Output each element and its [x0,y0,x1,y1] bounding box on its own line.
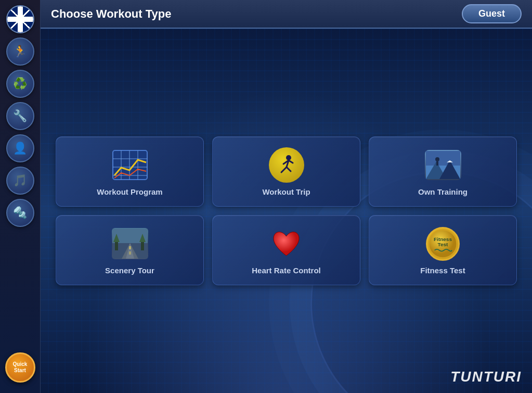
workout-program-label: Workout Program [97,187,162,196]
svg-point-18 [435,157,439,161]
user-icon: 👤 [13,142,27,155]
tools-button[interactable]: 🔧 [6,102,34,130]
recycle-button[interactable]: ♻️ [6,70,34,98]
settings-cycle-icon: ♻️ [13,77,27,91]
workout-program-card[interactable]: Workout Program [56,136,204,207]
own-training-label: Own Training [418,187,468,196]
music-icon: 🎵 [13,174,27,187]
svg-rect-14 [426,151,460,166]
maintenance-button[interactable]: 🔩 [6,199,34,227]
header: Choose Workout Type Guest [41,0,532,29]
brand-logo: TUNTURI [450,369,522,385]
scenery-tour-label: Scenery Tour [105,266,154,275]
heart-rate-card[interactable]: Heart Rate Control [212,215,360,285]
spanner-icon: 🔩 [13,206,27,220]
svg-line-10 [287,167,291,171]
fitness-test-icon: Fitness Test [425,225,461,262]
fitness-test-label: Fitness Test [420,266,465,275]
svg-line-12 [289,160,293,163]
uk-flag-icon [7,6,33,32]
own-training-icon [425,147,461,183]
svg-rect-28 [129,246,131,249]
page-title: Choose Workout Type [51,7,171,21]
svg-line-9 [281,167,287,172]
treadmill-button[interactable]: 🏃 [6,37,34,66]
language-flag-button[interactable] [6,5,34,33]
workout-trip-card[interactable]: Workout Trip [212,136,360,207]
user-display: Guest [462,4,522,23]
sidebar: 🏃 ♻️ 🔧 👤 🎵 🔩 Quick Start [0,0,41,393]
svg-point-7 [286,155,291,160]
svg-rect-29 [129,251,131,255]
heart-rate-label: Heart Rate Control [252,266,321,275]
own-training-card[interactable]: Own Training [369,136,517,207]
svg-text:Test: Test [438,242,448,247]
treadmill-icon: 🏃 [13,45,27,58]
main-area: Choose Workout Type Guest [41,0,532,393]
scenery-tour-card[interactable]: Scenery Tour [56,215,204,285]
svg-text:Fitness: Fitness [434,236,452,242]
quick-start-button[interactable]: Quick Start [5,352,35,383]
content-area: Workout Program [41,29,532,393]
workout-program-icon [112,147,148,183]
wrench-icon: 🔧 [13,109,27,123]
workout-trip-label: Workout Trip [262,187,310,196]
fitness-test-card[interactable]: Fitness Test Fitness Test [369,215,517,285]
heart-rate-icon [268,225,305,262]
user-button[interactable]: 👤 [6,134,34,162]
workout-grid: Workout Program [56,136,517,285]
music-button[interactable]: 🎵 [6,167,34,195]
scenery-tour-icon [112,225,148,262]
svg-rect-19 [436,161,438,166]
workout-trip-icon [268,147,305,183]
